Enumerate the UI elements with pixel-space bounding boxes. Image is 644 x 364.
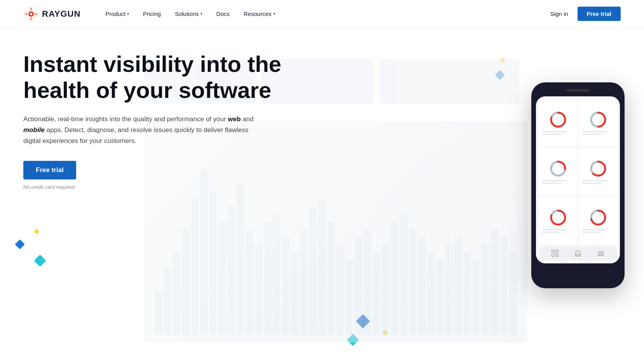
svg-rect-60 bbox=[552, 250, 554, 253]
nav-free-trial-button[interactable]: Free trial bbox=[578, 7, 621, 21]
svg-rect-67 bbox=[597, 255, 604, 256]
product-chevron-icon: ▾ bbox=[127, 12, 129, 16]
yellow-dot-left-icon bbox=[34, 229, 39, 234]
resources-chevron-icon: ▾ bbox=[273, 12, 275, 16]
phone-mockup bbox=[531, 82, 625, 288]
phone-line bbox=[582, 180, 607, 181]
svg-rect-64 bbox=[577, 254, 579, 256]
phone-nav-chart-icon bbox=[574, 249, 582, 258]
phone-card-5 bbox=[539, 197, 577, 244]
donut-chart-1 bbox=[549, 111, 567, 129]
raygun-logo-icon bbox=[23, 6, 39, 22]
solutions-chevron-icon: ▾ bbox=[201, 12, 202, 16]
logo[interactable]: RAYGUN bbox=[23, 6, 80, 22]
phone-line bbox=[542, 232, 561, 233]
navbar: RAYGUN Product ▾ Pricing Solutions ▾ Doc… bbox=[0, 0, 644, 28]
nav-docs[interactable]: Docs bbox=[210, 7, 236, 20]
hero-free-trial-button[interactable]: Free trial bbox=[23, 161, 76, 179]
phone-nav-settings-icon bbox=[597, 249, 605, 258]
phone-line bbox=[542, 229, 567, 230]
svg-rect-66 bbox=[597, 253, 604, 254]
logo-text: RAYGUN bbox=[42, 9, 80, 19]
nav-links: Product ▾ Pricing Solutions ▾ Docs Resou… bbox=[99, 7, 550, 20]
phone-line bbox=[542, 134, 561, 135]
hero-section: Instant visibility into the health of yo… bbox=[0, 28, 644, 362]
phone-card-6 bbox=[579, 197, 617, 244]
sign-in-link[interactable]: Sign in bbox=[550, 10, 568, 17]
phone-dashboard-grid bbox=[539, 99, 617, 244]
phone-card-5-lines bbox=[542, 229, 574, 233]
nav-pricing[interactable]: Pricing bbox=[137, 7, 167, 20]
svg-rect-65 bbox=[597, 251, 604, 252]
phone-line bbox=[582, 131, 607, 132]
no-credit-card-label: No credit card required bbox=[23, 184, 75, 190]
hero-content: Instant visibility into the health of yo… bbox=[23, 51, 319, 190]
donut-chart-6 bbox=[589, 209, 607, 226]
phone-bottom-nav bbox=[539, 246, 617, 260]
phone-nav-home-icon bbox=[551, 249, 559, 258]
svg-rect-62 bbox=[552, 254, 554, 256]
phone-card-3 bbox=[539, 148, 577, 195]
phone-card-3-lines bbox=[542, 180, 574, 184]
bg-card-3 bbox=[379, 59, 520, 104]
phone-card-2-lines bbox=[582, 131, 614, 135]
phone-notch bbox=[566, 89, 590, 92]
phone-line bbox=[542, 131, 567, 132]
phone-line bbox=[582, 134, 601, 135]
nav-resources[interactable]: Resources ▾ bbox=[237, 7, 281, 20]
hero-subtitle: Actionable, real-time insights into the … bbox=[23, 114, 264, 146]
phone-card-6-lines bbox=[582, 229, 614, 233]
hero-cta: Free trial No credit card required bbox=[23, 161, 319, 190]
hero-title: Instant visibility into the health of yo… bbox=[23, 51, 319, 103]
phone-card-4 bbox=[579, 148, 617, 195]
phone-card-2 bbox=[579, 99, 617, 146]
donut-chart-2 bbox=[589, 111, 607, 129]
svg-rect-61 bbox=[556, 250, 558, 253]
donut-chart-3 bbox=[549, 160, 567, 178]
phone-screen bbox=[536, 96, 620, 263]
svg-point-3 bbox=[30, 13, 32, 15]
donut-chart-5 bbox=[549, 209, 567, 226]
phone-line bbox=[582, 232, 601, 233]
donut-chart-4 bbox=[589, 160, 607, 178]
blue-diamond-left-icon bbox=[15, 239, 24, 249]
phone-card-1 bbox=[539, 99, 577, 146]
phone-card-4-lines bbox=[582, 180, 614, 184]
nav-solutions[interactable]: Solutions ▾ bbox=[169, 7, 209, 20]
teal-diamond-left-icon bbox=[34, 254, 46, 266]
phone-line bbox=[582, 229, 607, 230]
phone-line bbox=[582, 183, 601, 184]
nav-right: Sign in Free trial bbox=[550, 7, 621, 21]
nav-product[interactable]: Product ▾ bbox=[99, 7, 135, 20]
phone-line bbox=[542, 180, 567, 181]
phone-card-1-lines bbox=[542, 131, 574, 135]
svg-rect-63 bbox=[556, 254, 558, 256]
phone-line bbox=[542, 183, 561, 184]
